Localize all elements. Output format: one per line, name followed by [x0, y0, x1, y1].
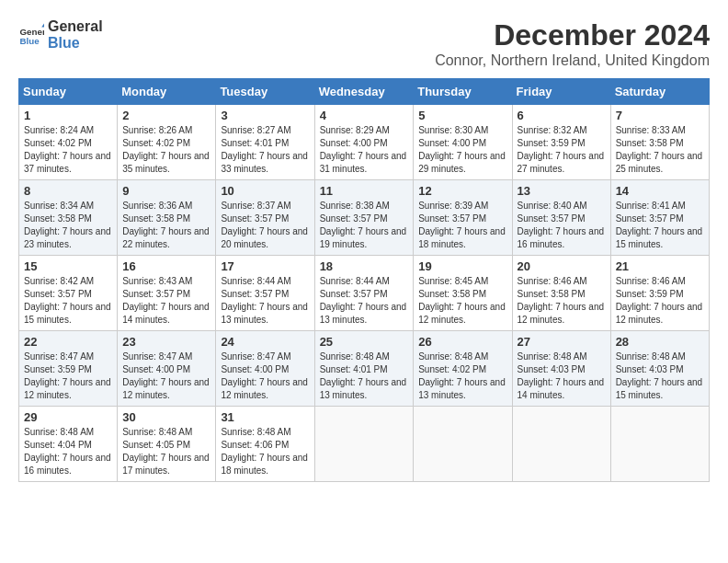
day-number: 23 — [122, 335, 210, 349]
day-cell: 11 Sunrise: 8:38 AM Sunset: 3:57 PM Dayl… — [314, 180, 414, 256]
day-cell — [414, 407, 512, 482]
day-cell: 29 Sunrise: 8:48 AM Sunset: 4:04 PM Dayl… — [19, 407, 118, 482]
day-number: 17 — [221, 259, 309, 273]
day-number: 1 — [24, 109, 112, 122]
day-number: 22 — [24, 335, 112, 349]
day-content: Sunrise: 8:41 AM Sunset: 3:57 PM Dayligh… — [616, 200, 704, 251]
day-content: Sunrise: 8:38 AM Sunset: 3:57 PM Dayligh… — [320, 200, 409, 251]
day-content: Sunrise: 8:26 AM Sunset: 4:02 PM Dayligh… — [122, 124, 210, 176]
day-number: 26 — [418, 335, 506, 349]
day-content: Sunrise: 8:29 AM Sunset: 4:00 PM Dayligh… — [320, 124, 409, 176]
day-number: 28 — [616, 335, 704, 349]
week-row-2: 8 Sunrise: 8:34 AM Sunset: 3:58 PM Dayli… — [19, 180, 710, 256]
day-number: 29 — [24, 410, 112, 424]
week-row-4: 22 Sunrise: 8:47 AM Sunset: 3:59 PM Dayl… — [19, 331, 710, 407]
weekday-header-row: SundayMondayTuesdayWednesdayThursdayFrid… — [19, 79, 710, 105]
day-content: Sunrise: 8:37 AM Sunset: 3:57 PM Dayligh… — [221, 200, 309, 251]
weekday-header-tuesday: Tuesday — [216, 79, 314, 105]
day-cell: 27 Sunrise: 8:48 AM Sunset: 4:03 PM Dayl… — [512, 331, 610, 407]
day-number: 24 — [221, 335, 309, 349]
day-number: 4 — [320, 109, 409, 122]
day-cell: 20 Sunrise: 8:46 AM Sunset: 3:58 PM Dayl… — [512, 256, 610, 331]
weekday-header-friday: Friday — [512, 79, 610, 105]
day-cell: 21 Sunrise: 8:46 AM Sunset: 3:59 PM Dayl… — [610, 256, 709, 331]
day-cell — [512, 407, 610, 482]
logo-general: General — [48, 18, 103, 35]
day-number: 31 — [221, 410, 309, 424]
week-row-3: 15 Sunrise: 8:42 AM Sunset: 3:57 PM Dayl… — [19, 256, 710, 331]
day-number: 12 — [418, 184, 506, 198]
day-number: 19 — [418, 259, 506, 273]
day-cell: 28 Sunrise: 8:48 AM Sunset: 4:03 PM Dayl… — [610, 331, 709, 407]
day-content: Sunrise: 8:45 AM Sunset: 3:58 PM Dayligh… — [418, 275, 506, 327]
day-content: Sunrise: 8:27 AM Sunset: 4:01 PM Dayligh… — [221, 124, 309, 176]
day-cell — [610, 407, 709, 482]
day-cell: 13 Sunrise: 8:40 AM Sunset: 3:57 PM Dayl… — [512, 180, 610, 256]
day-number: 14 — [616, 184, 704, 198]
day-cell: 7 Sunrise: 8:33 AM Sunset: 3:58 PM Dayli… — [610, 105, 709, 180]
day-content: Sunrise: 8:42 AM Sunset: 3:57 PM Dayligh… — [24, 275, 112, 327]
day-number: 21 — [616, 259, 704, 273]
day-content: Sunrise: 8:47 AM Sunset: 4:00 PM Dayligh… — [221, 350, 309, 402]
weekday-header-wednesday: Wednesday — [314, 79, 414, 105]
day-number: 27 — [518, 335, 606, 349]
day-content: Sunrise: 8:33 AM Sunset: 3:58 PM Dayligh… — [616, 124, 704, 176]
main-title: December 2024 — [435, 18, 710, 52]
day-cell: 4 Sunrise: 8:29 AM Sunset: 4:00 PM Dayli… — [314, 105, 414, 180]
day-cell: 16 Sunrise: 8:43 AM Sunset: 3:57 PM Dayl… — [118, 256, 216, 331]
day-cell: 31 Sunrise: 8:48 AM Sunset: 4:06 PM Dayl… — [216, 407, 314, 482]
day-cell: 15 Sunrise: 8:42 AM Sunset: 3:57 PM Dayl… — [19, 256, 118, 331]
day-number: 2 — [122, 109, 210, 122]
day-content: Sunrise: 8:46 AM Sunset: 3:58 PM Dayligh… — [518, 275, 606, 327]
header: General Blue General Blue December 2024 … — [18, 18, 710, 69]
week-row-5: 29 Sunrise: 8:48 AM Sunset: 4:04 PM Dayl… — [19, 407, 710, 482]
day-number: 30 — [122, 410, 210, 424]
day-cell: 23 Sunrise: 8:47 AM Sunset: 4:00 PM Dayl… — [118, 331, 216, 407]
day-content: Sunrise: 8:30 AM Sunset: 4:00 PM Dayligh… — [418, 124, 506, 176]
day-cell: 30 Sunrise: 8:48 AM Sunset: 4:05 PM Dayl… — [118, 407, 216, 482]
weekday-header-sunday: Sunday — [19, 79, 118, 105]
calendar-table: SundayMondayTuesdayWednesdayThursdayFrid… — [18, 78, 710, 482]
subtitle: Connor, Northern Ireland, United Kingdom — [435, 52, 710, 69]
day-number: 18 — [320, 259, 409, 273]
day-cell: 2 Sunrise: 8:26 AM Sunset: 4:02 PM Dayli… — [118, 105, 216, 180]
weekday-header-thursday: Thursday — [414, 79, 512, 105]
day-content: Sunrise: 8:48 AM Sunset: 4:02 PM Dayligh… — [418, 350, 506, 402]
day-cell: 22 Sunrise: 8:47 AM Sunset: 3:59 PM Dayl… — [19, 331, 118, 407]
day-number: 7 — [616, 109, 704, 122]
day-content: Sunrise: 8:44 AM Sunset: 3:57 PM Dayligh… — [221, 275, 309, 327]
day-cell: 6 Sunrise: 8:32 AM Sunset: 3:59 PM Dayli… — [512, 105, 610, 180]
day-content: Sunrise: 8:48 AM Sunset: 4:01 PM Dayligh… — [320, 350, 409, 402]
day-number: 11 — [320, 184, 409, 198]
day-content: Sunrise: 8:34 AM Sunset: 3:58 PM Dayligh… — [24, 200, 112, 251]
title-area: December 2024 Connor, Northern Ireland, … — [435, 18, 710, 69]
day-cell: 14 Sunrise: 8:41 AM Sunset: 3:57 PM Dayl… — [610, 180, 709, 256]
day-number: 3 — [221, 109, 309, 122]
day-content: Sunrise: 8:48 AM Sunset: 4:03 PM Dayligh… — [616, 350, 704, 402]
day-cell: 1 Sunrise: 8:24 AM Sunset: 4:02 PM Dayli… — [19, 105, 118, 180]
day-content: Sunrise: 8:43 AM Sunset: 3:57 PM Dayligh… — [122, 275, 210, 327]
day-number: 20 — [518, 259, 606, 273]
weekday-header-monday: Monday — [118, 79, 216, 105]
day-number: 9 — [122, 184, 210, 198]
day-cell: 17 Sunrise: 8:44 AM Sunset: 3:57 PM Dayl… — [216, 256, 314, 331]
day-cell: 18 Sunrise: 8:44 AM Sunset: 3:57 PM Dayl… — [314, 256, 414, 331]
day-content: Sunrise: 8:47 AM Sunset: 4:00 PM Dayligh… — [122, 350, 210, 402]
day-content: Sunrise: 8:40 AM Sunset: 3:57 PM Dayligh… — [518, 200, 606, 251]
day-number: 10 — [221, 184, 309, 198]
logo: General Blue General Blue — [18, 18, 103, 51]
day-number: 16 — [122, 259, 210, 273]
day-cell: 12 Sunrise: 8:39 AM Sunset: 3:57 PM Dayl… — [414, 180, 512, 256]
day-number: 25 — [320, 335, 409, 349]
day-content: Sunrise: 8:48 AM Sunset: 4:03 PM Dayligh… — [518, 350, 606, 402]
day-cell: 3 Sunrise: 8:27 AM Sunset: 4:01 PM Dayli… — [216, 105, 314, 180]
day-content: Sunrise: 8:46 AM Sunset: 3:59 PM Dayligh… — [616, 275, 704, 327]
day-cell: 10 Sunrise: 8:37 AM Sunset: 3:57 PM Dayl… — [216, 180, 314, 256]
logo-icon: General Blue — [18, 22, 44, 48]
day-cell: 5 Sunrise: 8:30 AM Sunset: 4:00 PM Dayli… — [414, 105, 512, 180]
day-number: 13 — [518, 184, 606, 198]
day-cell: 24 Sunrise: 8:47 AM Sunset: 4:00 PM Dayl… — [216, 331, 314, 407]
svg-text:Blue: Blue — [19, 35, 40, 45]
day-cell: 26 Sunrise: 8:48 AM Sunset: 4:02 PM Dayl… — [414, 331, 512, 407]
day-cell: 9 Sunrise: 8:36 AM Sunset: 3:58 PM Dayli… — [118, 180, 216, 256]
